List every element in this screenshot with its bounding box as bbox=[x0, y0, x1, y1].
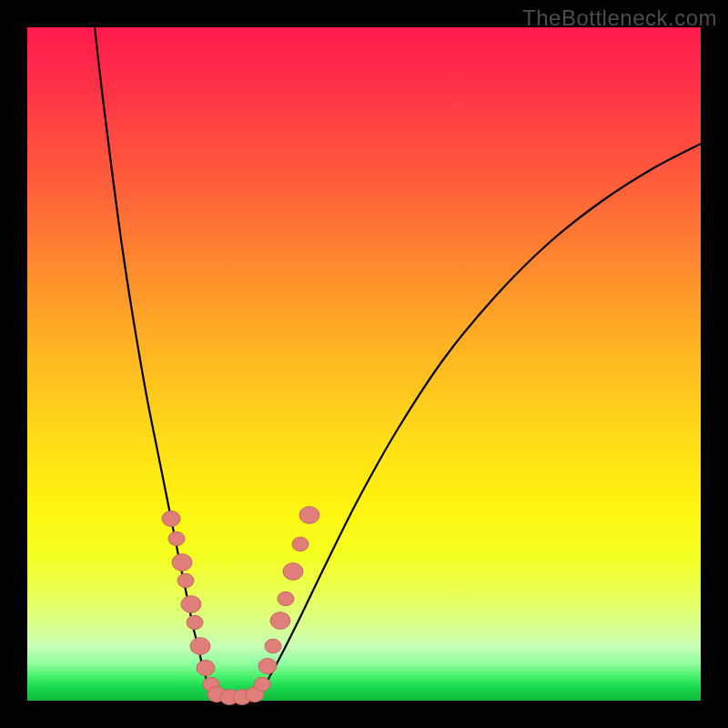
marker-group bbox=[162, 507, 319, 705]
curve-marker bbox=[270, 612, 290, 630]
curve-marker bbox=[187, 615, 203, 629]
curve-marker bbox=[283, 563, 303, 581]
chart-frame: TheBottleneck.com bbox=[0, 0, 728, 728]
curve-marker bbox=[190, 638, 210, 655]
curve-marker bbox=[197, 661, 215, 676]
curve-marker bbox=[292, 537, 308, 551]
curve-marker bbox=[172, 554, 192, 571]
curve-layer bbox=[27, 27, 701, 701]
curve-marker bbox=[258, 659, 277, 674]
curve-marker bbox=[162, 511, 180, 527]
curve-marker bbox=[181, 596, 201, 613]
curve-marker bbox=[265, 639, 281, 652]
curve-marker bbox=[299, 507, 319, 524]
curve-marker bbox=[254, 677, 270, 691]
watermark-text: TheBottleneck.com bbox=[522, 5, 717, 31]
curve-marker bbox=[278, 592, 294, 605]
curve-marker bbox=[168, 531, 185, 545]
curve-marker bbox=[177, 573, 194, 587]
